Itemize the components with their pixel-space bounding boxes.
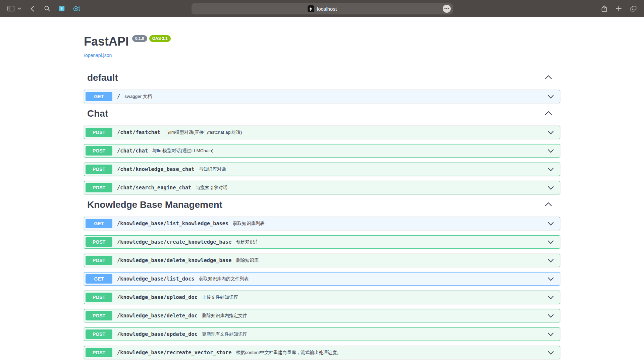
operation-description: 上传文件到知识库 bbox=[202, 294, 238, 300]
expand-chevron-icon[interactable] bbox=[548, 259, 554, 262]
sidebar-toggle-icon[interactable] bbox=[7, 6, 14, 11]
address-bar[interactable]: localhost ••• bbox=[192, 3, 453, 14]
method-badge: POST bbox=[86, 183, 112, 192]
operation-path: /knowledge_base/delete_knowledge_base bbox=[117, 257, 232, 263]
expand-chevron-icon[interactable] bbox=[548, 314, 554, 318]
operation-description: swagger 文档 bbox=[124, 94, 152, 100]
expand-chevron-icon[interactable] bbox=[548, 149, 554, 153]
api-sections: defaultGET/swagger 文档ChatPOST/chat/fastc… bbox=[84, 72, 560, 359]
section-title: Knowledge Base Management bbox=[87, 199, 222, 210]
swagger-page: FastAPI 0.1.0 OAS 3.1 /openapi.json defa… bbox=[77, 17, 567, 359]
operation-description: 更新现有文件到知识库 bbox=[202, 331, 247, 337]
method-badge: POST bbox=[86, 311, 112, 320]
operation-description: 删除知识库 bbox=[236, 257, 259, 263]
expand-chevron-icon[interactable] bbox=[548, 333, 554, 336]
operation-path: /knowledge_base/recreate_vector_store bbox=[117, 350, 232, 356]
section-title: Chat bbox=[87, 108, 108, 119]
method-badge: POST bbox=[86, 256, 112, 265]
section-header[interactable]: Knowledge Base Management bbox=[84, 199, 560, 213]
operation-path: /chat/knowledge_base_chat bbox=[117, 166, 195, 172]
collapse-chevron-icon[interactable] bbox=[545, 111, 555, 117]
method-badge: POST bbox=[86, 348, 112, 357]
method-badge: POST bbox=[86, 293, 112, 302]
operation-description: 删除知识库内指定文件 bbox=[202, 313, 247, 319]
share-icon[interactable] bbox=[601, 5, 607, 12]
operation-path: / bbox=[117, 94, 120, 100]
api-section: Knowledge Base ManagementGET/knowledge_b… bbox=[84, 199, 560, 359]
new-tab-icon[interactable] bbox=[616, 6, 622, 11]
method-badge: GET bbox=[86, 92, 112, 101]
browser-toolbar: localhost ••• bbox=[0, 0, 644, 17]
page-title: FastAPI bbox=[84, 35, 129, 49]
operation-path: /knowledge_base/update_doc bbox=[117, 331, 198, 337]
api-section: defaultGET/swagger 文档 bbox=[84, 72, 560, 103]
operation-description: 与搜索引擎对话 bbox=[196, 185, 228, 191]
operation-row[interactable]: GET/knowledge_base/list_knowledge_bases获… bbox=[84, 217, 560, 230]
shield-extension-icon[interactable] bbox=[59, 5, 65, 12]
method-badge: POST bbox=[86, 128, 112, 137]
api-section: ChatPOST/chat/fastchat与llm模型对话(直接与fastch… bbox=[84, 108, 560, 194]
expand-chevron-icon[interactable] bbox=[548, 277, 554, 281]
operation-row[interactable]: POST/chat/knowledge_base_chat与知识库对话 bbox=[84, 163, 560, 176]
operation-row[interactable]: POST/knowledge_base/create_knowledge_bas… bbox=[84, 235, 560, 249]
expand-chevron-icon[interactable] bbox=[548, 296, 554, 299]
rings-extension-icon[interactable] bbox=[73, 6, 80, 12]
method-badge: POST bbox=[86, 237, 112, 247]
method-badge: POST bbox=[86, 146, 112, 156]
operation-path: /knowledge_base/list_docs bbox=[117, 276, 195, 282]
operation-row[interactable]: POST/knowledge_base/delete_knowledge_bas… bbox=[84, 254, 560, 267]
collapse-chevron-icon[interactable] bbox=[545, 75, 555, 81]
page-more-icon[interactable]: ••• bbox=[443, 5, 451, 13]
oas-badge: OAS 3.1 bbox=[149, 35, 171, 42]
operation-description: 获取知识库内的文件列表 bbox=[199, 276, 249, 282]
method-badge: GET bbox=[86, 274, 112, 284]
section-title: default bbox=[87, 72, 118, 83]
expand-chevron-icon[interactable] bbox=[548, 186, 554, 190]
operation-row[interactable]: POST/chat/search_engine_chat与搜索引擎对话 bbox=[84, 181, 560, 194]
expand-chevron-icon[interactable] bbox=[548, 131, 554, 134]
chevron-down-icon[interactable] bbox=[18, 7, 21, 10]
method-badge: POST bbox=[86, 329, 112, 339]
section-header[interactable]: default bbox=[84, 72, 560, 86]
site-favicon-lightning-icon bbox=[308, 5, 314, 12]
openapi-json-link[interactable]: /openapi.json bbox=[84, 53, 112, 58]
operation-description: 获取知识库列表 bbox=[233, 221, 265, 227]
expand-chevron-icon[interactable] bbox=[548, 240, 554, 244]
search-icon[interactable] bbox=[44, 6, 50, 11]
operation-row[interactable]: POST/knowledge_base/delete_doc删除知识库内指定文件 bbox=[84, 309, 560, 322]
operation-path: /chat/search_engine_chat bbox=[117, 185, 192, 191]
operation-row[interactable]: POST/knowledge_base/upload_doc上传文件到知识库 bbox=[84, 291, 560, 304]
collapse-chevron-icon[interactable] bbox=[545, 202, 555, 208]
operation-row[interactable]: POST/chat/chat与llm模型对话(通过LLMChain) bbox=[84, 144, 560, 158]
operation-path: /chat/chat bbox=[117, 148, 148, 154]
operation-path: /knowledge_base/list_knowledge_bases bbox=[117, 221, 228, 227]
operation-path: /knowledge_base/create_knowledge_base bbox=[117, 239, 232, 245]
operation-description: 根据content中文档重建向量库，流式输出处理进度。 bbox=[236, 350, 341, 356]
back-icon[interactable] bbox=[31, 6, 34, 12]
tab-overview-icon[interactable] bbox=[630, 6, 637, 12]
api-info: FastAPI 0.1.0 OAS 3.1 /openapi.json bbox=[84, 17, 560, 58]
expand-chevron-icon[interactable] bbox=[548, 351, 554, 355]
version-badge: 0.1.0 bbox=[132, 35, 147, 42]
operation-path: /knowledge_base/upload_doc bbox=[117, 294, 198, 300]
operation-row[interactable]: POST/chat/fastchat与llm模型对话(直接与fastchat a… bbox=[84, 126, 560, 139]
operation-row[interactable]: POST/knowledge_base/update_doc更新现有文件到知识库 bbox=[84, 327, 560, 341]
expand-chevron-icon[interactable] bbox=[548, 168, 554, 171]
expand-chevron-icon[interactable] bbox=[548, 222, 554, 226]
operation-row[interactable]: GET/swagger 文档 bbox=[84, 90, 560, 103]
url-host: localhost bbox=[317, 6, 337, 12]
operation-description: 与知识库对话 bbox=[199, 166, 226, 172]
operation-row[interactable]: POST/knowledge_base/recreate_vector_stor… bbox=[84, 346, 560, 359]
operation-description: 创建知识库 bbox=[236, 239, 259, 245]
method-badge: POST bbox=[86, 165, 112, 174]
operation-description: 与llm模型对话(通过LLMChain) bbox=[152, 148, 213, 154]
operation-row[interactable]: GET/knowledge_base/list_docs获取知识库内的文件列表 bbox=[84, 272, 560, 286]
section-header[interactable]: Chat bbox=[84, 108, 560, 122]
operation-path: /chat/fastchat bbox=[117, 129, 160, 135]
expand-chevron-icon[interactable] bbox=[548, 95, 554, 99]
method-badge: GET bbox=[86, 219, 112, 228]
operation-path: /knowledge_base/delete_doc bbox=[117, 313, 198, 319]
operation-description: 与llm模型对话(直接与fastchat api对话) bbox=[165, 129, 242, 135]
